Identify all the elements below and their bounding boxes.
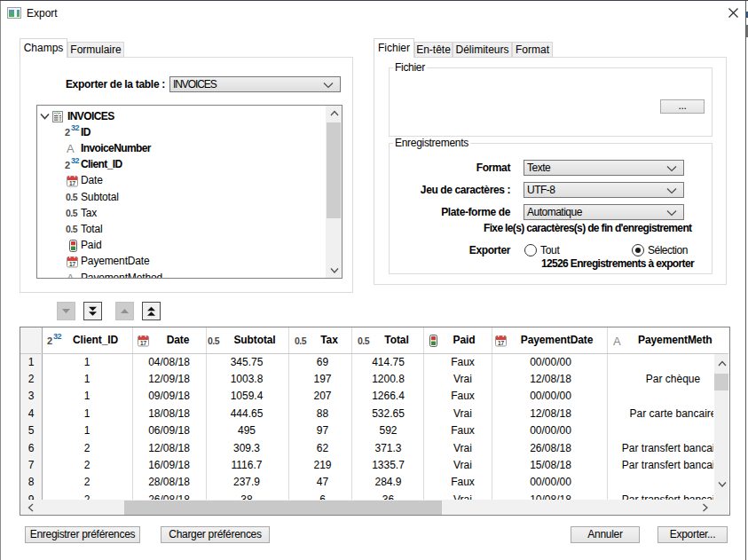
svg-text:17: 17	[140, 339, 147, 345]
svg-text:17: 17	[69, 179, 76, 185]
svg-text:17: 17	[69, 260, 76, 266]
svg-text:17: 17	[498, 339, 505, 345]
